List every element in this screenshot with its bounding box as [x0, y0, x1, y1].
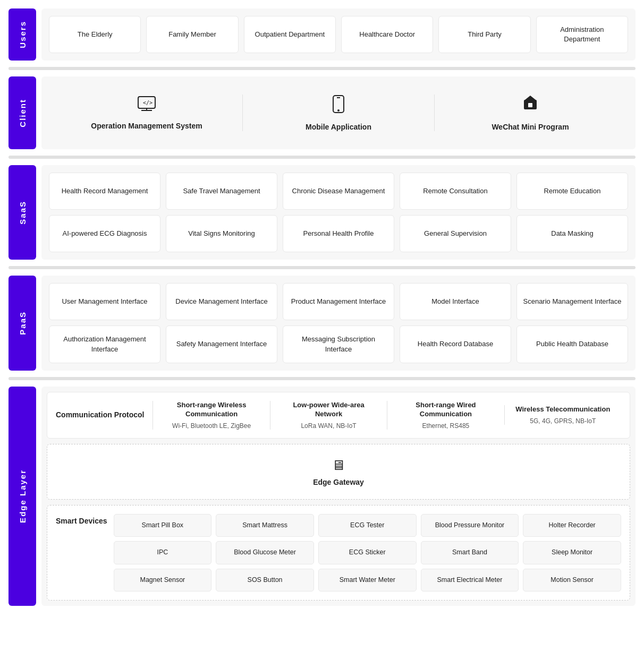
- user-card: Outpatient Department: [244, 16, 336, 53]
- comm-col-sub: 5G, 4G, GPRS, NB-IoT: [513, 417, 613, 425]
- client-icon: [332, 95, 345, 117]
- user-card: Family Member: [146, 16, 238, 53]
- smart-device-card: ECG Tester: [318, 514, 417, 537]
- saas-card: Data Masking: [516, 215, 628, 252]
- client-item-label: WeChat Mini Program: [492, 123, 569, 131]
- smart-device-card: Magnet Sensor: [114, 569, 212, 592]
- saas-card: Health Record Management: [49, 173, 160, 210]
- separator-1: [9, 67, 635, 70]
- edge-gateway-area: 🖥 Edge Gateway: [47, 444, 630, 500]
- comm-col-title: Low-power Wide-area Network: [279, 401, 378, 419]
- user-card: Healthcare Doctor: [341, 16, 433, 53]
- saas-card: AI-powered ECG Diagnosis: [49, 215, 160, 252]
- paas-label-col: PaaS: [9, 276, 36, 370]
- paas-card: Model Interface: [400, 283, 511, 320]
- users-label-col: Users: [9, 8, 36, 61]
- smart-device-card: IPC: [114, 541, 212, 564]
- client-section: Client </> Operation Management System M…: [9, 76, 635, 149]
- paas-card: Health Record Database: [400, 325, 511, 363]
- svg-rect-9: [528, 103, 532, 107]
- smart-device-card: Smart Band: [421, 541, 519, 564]
- smart-device-card: Blood Pressure Monitor: [421, 514, 519, 537]
- saas-section: SaaS Health Record ManagementSafe Travel…: [9, 165, 635, 260]
- edge-content-area: Communication Protocol Short-range Wirel…: [41, 387, 635, 606]
- paas-label: PaaS: [18, 311, 27, 335]
- comm-col-title: Short-range Wireless Communication: [162, 401, 261, 419]
- edge-section: Edge Layer Communication Protocol Short-…: [9, 387, 635, 606]
- client-item-label: Mobile Application: [306, 123, 371, 131]
- paas-card: Product Management Interface: [283, 283, 394, 320]
- saas-card: Remote Consultation: [400, 173, 511, 210]
- smart-device-card: Motion Sensor: [523, 569, 621, 592]
- paas-card: Safety Management Interface: [166, 325, 277, 363]
- saas-content-area: Health Record ManagementSafe Travel Mana…: [41, 165, 635, 260]
- saas-card: Remote Education: [516, 173, 628, 210]
- comm-col: Low-power Wide-area NetworkLoRa WAN, NB-…: [270, 401, 387, 430]
- paas-section: PaaS User Management InterfaceDevice Man…: [9, 276, 635, 370]
- client-content-area: </> Operation Management System Mobile A…: [41, 76, 635, 149]
- user-card: The Elderly: [49, 16, 141, 53]
- saas-card: Safe Travel Management: [166, 173, 277, 210]
- smart-devices-grid: Smart Pill BoxSmart MattressECG TesterBl…: [114, 514, 621, 592]
- client-items: </> Operation Management System Mobile A…: [49, 84, 628, 142]
- svg-text:</>: </>: [143, 100, 152, 106]
- saas-label: SaaS: [18, 201, 27, 225]
- smart-device-card: Smart Electrical Meter: [421, 569, 519, 592]
- paas-card: Device Management Interface: [166, 283, 277, 320]
- comm-col-title: Short-range Wired Communication: [396, 401, 495, 419]
- saas-rows: Health Record ManagementSafe Travel Mana…: [49, 173, 628, 252]
- saas-card: General Supervision: [400, 215, 511, 252]
- saas-label-col: SaaS: [9, 165, 36, 260]
- gateway-icon: 🖥: [332, 457, 345, 474]
- svg-point-5: [337, 109, 340, 112]
- paas-card: Messaging Subscription Interface: [283, 325, 394, 363]
- paas-row: Authorization Management InterfaceSafety…: [49, 325, 628, 363]
- users-row: The ElderlyFamily MemberOutpatient Depar…: [49, 16, 628, 53]
- separator-2: [9, 156, 635, 159]
- gateway-label: Edge Gateway: [313, 478, 364, 486]
- saas-card: Chronic Disease Management: [283, 173, 394, 210]
- user-card: Administration Department: [536, 16, 628, 53]
- saas-card: Personal Health Profile: [283, 215, 394, 252]
- users-section: Users The ElderlyFamily MemberOutpatient…: [9, 8, 635, 61]
- smart-device-card: Blood Glucose Meter: [216, 541, 314, 564]
- smart-device-card: Smart Mattress: [216, 514, 314, 537]
- comm-col: Short-range Wireless CommunicationWi-Fi,…: [152, 401, 269, 430]
- smart-device-card: Holter Recorder: [523, 514, 621, 537]
- edge-label: Edge Layer: [18, 469, 27, 523]
- paas-card: Public Health Database: [516, 325, 628, 363]
- client-item: </> Operation Management System: [56, 96, 237, 130]
- smart-device-card: Smart Water Meter: [318, 569, 417, 592]
- smart-device-row: Magnet SensorSOS ButtonSmart Water Meter…: [114, 569, 621, 592]
- paas-row: User Management InterfaceDevice Manageme…: [49, 283, 628, 320]
- saas-card: Vital Signs Monitoring: [166, 215, 277, 252]
- smart-device-card: SOS Button: [216, 569, 314, 592]
- saas-row: Health Record ManagementSafe Travel Mana…: [49, 173, 628, 210]
- smart-device-row: Smart Pill BoxSmart MattressECG TesterBl…: [114, 514, 621, 537]
- paas-rows: User Management InterfaceDevice Manageme…: [49, 283, 628, 363]
- client-label-col: Client: [9, 76, 36, 149]
- smart-device-card: Sleep Monitor: [523, 541, 621, 564]
- users-label: Users: [18, 21, 27, 48]
- paas-card: User Management Interface: [49, 283, 160, 320]
- user-card: Third Party: [438, 16, 530, 53]
- comm-protocol-label: Communication Protocol: [56, 410, 152, 421]
- smart-devices-area: Smart Devices Smart Pill BoxSmart Mattre…: [47, 505, 630, 601]
- client-item: WeChat Mini Program: [440, 95, 621, 131]
- separator-4: [9, 377, 635, 380]
- comm-protocol-area: Communication Protocol Short-range Wirel…: [47, 392, 630, 439]
- smart-device-row: IPCBlood Glucose MeterECG StickerSmart B…: [114, 541, 621, 564]
- smart-device-card: Smart Pill Box: [114, 514, 212, 537]
- paas-card: Authorization Management Interface: [49, 325, 160, 363]
- edge-label-col: Edge Layer: [9, 387, 36, 606]
- client-item-label: Operation Management System: [91, 122, 202, 130]
- paas-card: Scenario Management Interface: [516, 283, 628, 320]
- saas-row: AI-powered ECG DiagnosisVital Signs Moni…: [49, 215, 628, 252]
- comm-col-sub: LoRa WAN, NB-IoT: [279, 422, 378, 430]
- client-label: Client: [18, 99, 27, 127]
- comm-col: Short-range Wired CommunicationEthernet,…: [387, 401, 504, 430]
- client-icon: [521, 95, 540, 117]
- smart-device-card: ECG Sticker: [318, 541, 417, 564]
- paas-content-area: User Management InterfaceDevice Manageme…: [41, 276, 635, 370]
- client-divider: [434, 95, 435, 131]
